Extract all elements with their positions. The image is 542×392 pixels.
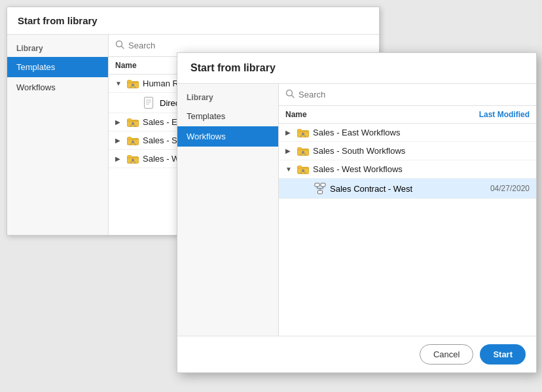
fg-content-area: Name Last Modified ▶ Sales - Eas xyxy=(279,84,536,336)
bg-sidebar-item-templates[interactable]: Templates xyxy=(7,57,108,77)
svg-rect-24 xyxy=(318,190,323,194)
fg-row-sales-east-wf[interactable]: ▶ Sales - East Workflows xyxy=(279,124,536,142)
bg-search-icon xyxy=(115,40,124,51)
fg-sidebar-item-templates[interactable]: Templates xyxy=(177,106,278,126)
bg-chevron-sales-west: ▶ xyxy=(115,155,123,162)
fg-chevron-sales-west-wf: ▼ xyxy=(285,166,293,173)
fg-dialog-title: Start from library xyxy=(177,53,536,84)
bg-chevron-hr: ▼ xyxy=(115,80,123,87)
bg-search-input[interactable] xyxy=(128,41,372,50)
fg-sidebar-item-workflows[interactable]: Workflows xyxy=(177,126,278,147)
bg-file-icon-deposit xyxy=(144,97,156,109)
fg-row-sales-west-wf-name: Sales - West Workflows xyxy=(313,164,530,174)
svg-line-15 xyxy=(292,96,295,98)
fg-row-sales-south-wf[interactable]: ▶ Sales - South Workflows xyxy=(279,142,536,160)
fg-sidebar-library-label: Library xyxy=(177,90,278,106)
bg-folder-icon-sales-east xyxy=(127,118,139,127)
bg-folder-icon-sales-west xyxy=(127,154,139,164)
fg-chevron-sales-east-wf: ▶ xyxy=(285,129,293,136)
bg-sidebar-item-workflows[interactable]: Workflows xyxy=(7,77,108,98)
start-button[interactable]: Start xyxy=(480,344,526,365)
fg-row-sales-east-wf-name: Sales - East Workflows xyxy=(313,128,530,137)
fg-chevron-sales-south-wf: ▶ xyxy=(285,147,293,154)
fg-sidebar: Library Templates Workflows xyxy=(177,84,279,336)
bg-folder-icon-sales-south xyxy=(127,136,139,145)
svg-rect-23 xyxy=(321,183,325,187)
svg-rect-4 xyxy=(145,98,153,109)
fg-dialog: Start from library Library Templates Wor… xyxy=(177,52,537,373)
bg-chevron-sales-south: ▶ xyxy=(115,137,123,144)
bg-sidebar: Library Templates Workflows xyxy=(7,35,109,235)
bg-folder-icon-hr xyxy=(127,79,139,88)
fg-workflow-icon-sales-contract xyxy=(314,183,326,194)
cancel-button[interactable]: Cancel xyxy=(420,344,473,365)
fg-dialog-footer: Cancel Start xyxy=(177,336,536,372)
fg-file-list: ▶ Sales - East Workflows ▶ xyxy=(279,124,536,336)
fg-col-name: Name xyxy=(285,110,307,119)
fg-search-icon xyxy=(285,89,295,100)
bg-sidebar-library-label: Library xyxy=(7,41,108,57)
fg-row-sales-contract-west-date: 04/27/2020 xyxy=(490,184,530,193)
bg-chevron-sales-east: ▶ xyxy=(115,118,123,126)
fg-search-input[interactable] xyxy=(298,90,530,99)
bg-col-name: Name xyxy=(115,61,137,70)
fg-folder-icon-sales-east-wf xyxy=(297,128,309,137)
fg-folder-icon-sales-south-wf xyxy=(297,147,309,156)
bg-dialog-title: Start from library xyxy=(7,7,379,35)
fg-dialog-body: Library Templates Workflows Name Last Mo… xyxy=(177,84,536,336)
fg-col-last-modified: Last Modified xyxy=(479,110,530,119)
fg-row-sales-contract-west[interactable]: Sales Contract - West 04/27/2020 xyxy=(279,179,536,199)
fg-row-sales-west-wf[interactable]: ▼ Sales - West Workflows xyxy=(279,160,536,179)
fg-folder-icon-sales-west-wf xyxy=(297,165,309,174)
fg-row-sales-south-wf-name: Sales - South Workflows xyxy=(313,146,530,156)
fg-row-sales-contract-west-name: Sales Contract - West xyxy=(330,184,486,194)
svg-rect-22 xyxy=(315,183,319,187)
fg-table-header: Name Last Modified xyxy=(279,106,536,124)
svg-line-1 xyxy=(122,46,124,49)
fg-search-bar xyxy=(279,84,536,106)
